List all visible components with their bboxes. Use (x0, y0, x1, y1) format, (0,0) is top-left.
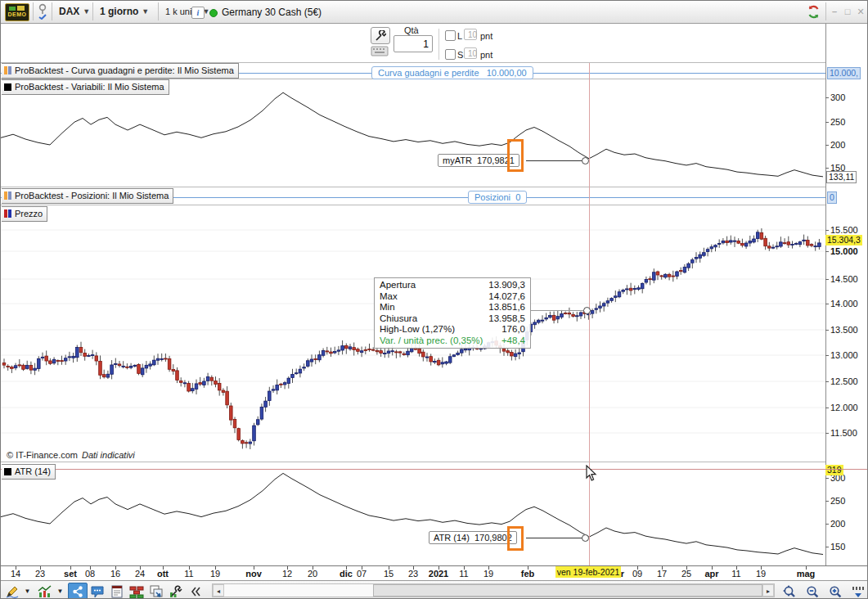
atr-level-tag: 319 (825, 465, 843, 475)
atr-marker-label[interactable]: ATR (14) 170,9802 (429, 531, 517, 544)
axis-tick-mark (825, 97, 829, 98)
annotation-rect-top[interactable] (507, 139, 524, 172)
price-cursor-dot (583, 307, 591, 314)
demo-badge: DEMO (5, 3, 29, 21)
tab-equity-panel[interactable]: ProBacktest - Curva guadagni e perdite: … (2, 63, 239, 79)
info-icon[interactable]: i (191, 7, 205, 19)
axis-tick-label: 12.500 (830, 376, 858, 386)
time-tick-mark (488, 566, 489, 570)
minimize-button[interactable]: – (828, 5, 841, 18)
tab-variables-panel[interactable]: ProBacktest - Variabili: Il Mio Sistema (2, 79, 169, 95)
refresh-icon[interactable] (806, 4, 821, 20)
qty-label: Qtà (404, 25, 419, 35)
order-widget: Qtà L 10 pnt S 10 pnt (369, 25, 500, 62)
zoom-fit-button[interactable] (778, 583, 801, 599)
axis-tick-mark (825, 330, 829, 331)
chat-icon (90, 584, 105, 599)
axis-tick-label: 13.500 (830, 325, 858, 335)
equity-curve-label[interactable]: Curva guadagni e perdite 10.000,00 (371, 66, 533, 79)
close-button[interactable]: ✕ (854, 5, 867, 18)
order-settings-button[interactable] (371, 27, 390, 44)
axis-tick-label: 15.000 (830, 246, 858, 256)
news-button[interactable] (107, 583, 127, 599)
time-axis-label: 11 (731, 569, 740, 579)
positions-panel-icon (4, 191, 11, 200)
time-axis-label: set (64, 569, 77, 579)
chart-tools-button[interactable] (166, 583, 186, 599)
time-tick-mark (90, 566, 91, 570)
horizontal-scrollbar[interactable]: ◂ ▸ (212, 583, 775, 597)
draw-tool-button[interactable] (2, 583, 22, 599)
myatr-marker-dot (582, 157, 589, 164)
backtest-button[interactable] (127, 583, 146, 599)
time-axis-label: mag (797, 569, 816, 579)
atr-panel-icon (4, 468, 11, 475)
variables-chart-canvas[interactable] (1, 79, 825, 187)
time-axis-label: 17 (657, 569, 667, 579)
scroll-right-arrow[interactable]: ▸ (762, 584, 774, 597)
time-tick-mark (254, 566, 254, 570)
time-axis-label: 24 (135, 569, 145, 579)
chat-button[interactable] (88, 583, 107, 599)
keyboard-order-icon[interactable] (371, 45, 389, 56)
timeframe-select[interactable]: 1 giorno ▼ (96, 3, 153, 20)
share-button[interactable] (68, 583, 88, 599)
chart-style-button[interactable] (35, 583, 55, 599)
time-axis-label: 16 (110, 569, 120, 579)
time-axis-label: ott (157, 569, 169, 579)
time-axis-label: 07 (357, 569, 367, 579)
time-axis-label: 11 (459, 569, 468, 579)
crosshair-vline (589, 63, 590, 565)
chevron-down-icon: ▼ (83, 7, 90, 16)
stop-unit: pnt (480, 50, 492, 60)
time-axis[interactable]: 1423set081624ott1119nov1220dic0715232021… (1, 565, 868, 581)
time-tick-mark (140, 566, 141, 570)
time-axis-label: 2021 (429, 569, 448, 579)
axis-tick-label: 200 (830, 140, 845, 150)
tab-positions-panel[interactable]: ProBacktest - Posizioni: Il Mio Sistema (2, 188, 173, 204)
axis-tick-mark (825, 251, 829, 252)
axis-tick-mark (825, 524, 829, 525)
time-axis-label: 09 (632, 569, 642, 579)
positions-label[interactable]: Posizioni 0 (468, 191, 527, 204)
tooltip-row: Apertura13.909,3 (375, 280, 530, 291)
axis-tick-mark (825, 355, 829, 356)
zoom-in-button[interactable] (824, 583, 847, 599)
bar-spacing-button[interactable] (847, 583, 868, 599)
axis-tick-label: 150 (830, 542, 845, 552)
limit-checkbox[interactable] (445, 30, 456, 41)
snapshot-button[interactable] (146, 583, 166, 599)
stop-points-input[interactable]: 10 (464, 47, 477, 59)
time-tick-mark (389, 566, 389, 570)
tooltip-row: Max14.027,6 (375, 291, 530, 303)
tab-price-panel[interactable]: Prezzo (2, 206, 47, 222)
time-tick-mark (70, 566, 71, 570)
annotation-rect-bottom[interactable] (507, 526, 524, 551)
atr-chart-canvas[interactable] (1, 462, 825, 565)
zoom-out-button[interactable] (801, 583, 824, 599)
units-select[interactable]: 1 k unità ▼ (161, 3, 214, 20)
chart-style-menu-caret[interactable]: ▼ (55, 583, 65, 599)
collapse-button[interactable] (186, 583, 205, 599)
axis-tick-label: 12.000 (830, 403, 858, 412)
draw-tool-menu-caret[interactable]: ▼ (22, 583, 33, 599)
scrollbar-thumb[interactable] (373, 584, 762, 597)
wrench-icon (169, 584, 183, 599)
limit-points-input[interactable]: 10 (464, 29, 477, 40)
qty-input[interactable] (394, 35, 433, 52)
time-tick-mark (736, 566, 737, 570)
axis-tick-label: 14.000 (830, 299, 858, 309)
time-tick-mark (362, 566, 362, 570)
instrument-select[interactable]: DAX ▼ (55, 3, 94, 20)
time-tick-mark (662, 566, 663, 570)
equity-axis-tag: 10.000, (827, 67, 861, 79)
chartstyle-icon (38, 584, 52, 599)
workspace-pin-icon[interactable] (36, 3, 49, 20)
maximize-button[interactable]: □ (841, 5, 854, 18)
ohlc-tooltip: Apertura13.909,3Max14.027,6Min13.851,6Ch… (374, 277, 531, 349)
stop-checkbox[interactable] (445, 49, 456, 60)
positions-axis-tag: 0 (827, 191, 837, 204)
scroll-left-arrow[interactable]: ◂ (213, 584, 224, 597)
last-price-tag: 15.304,3 (825, 235, 862, 245)
tab-atr-panel[interactable]: ATR (14) (2, 464, 56, 480)
